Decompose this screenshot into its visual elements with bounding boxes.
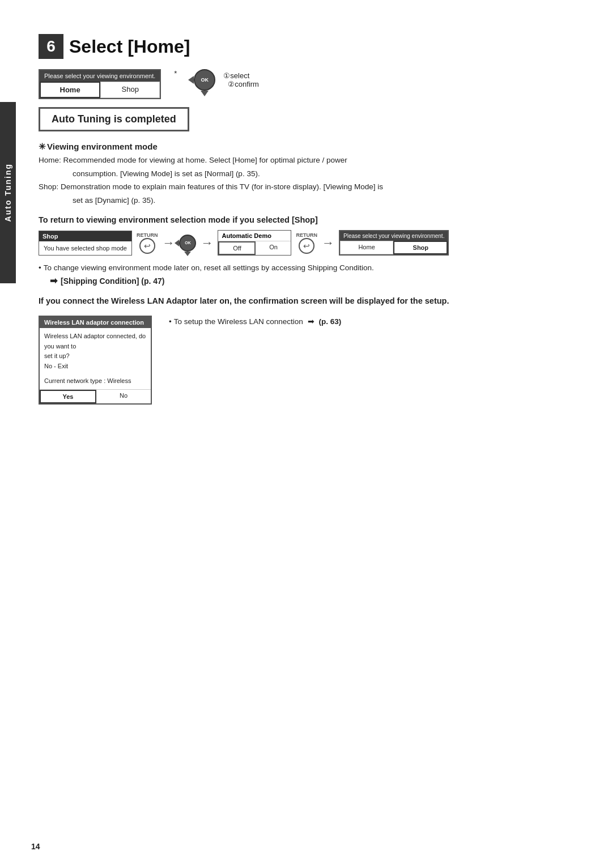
return-button-area: RETURN ↩ (137, 232, 158, 254)
shop-box-header: Shop (39, 231, 131, 241)
shop-box-body: You have selected shop mode (39, 241, 131, 255)
side-tab-label: Auto Tuning (3, 163, 12, 222)
viewing-mode-section: Viewing environment mode Home: Recommend… (39, 142, 572, 206)
ok-button-small: OK (179, 235, 196, 252)
wireless-line3: No - Exit (44, 361, 146, 372)
bullet-text-1: To change viewing environment mode later… (39, 263, 572, 272)
viewing-screen-right-body: Home Shop (340, 241, 448, 254)
return-label-right: RETURN (296, 232, 317, 238)
step-number: 6 (39, 34, 63, 59)
wireless-bullet-content: To setup the Wireless LAN connection ➡ (… (174, 316, 341, 328)
arrow-right-3: → (322, 236, 334, 250)
main-content: 6 Select [Home] Please select your viewi… (16, 17, 595, 422)
return-label: RETURN (137, 232, 158, 238)
wireless-section: Wireless LAN adaptor connection Wireless… (39, 316, 572, 405)
wireless-line5: Current network type : Wireless (44, 376, 146, 386)
shop-box: Shop You have selected shop mode (39, 231, 132, 256)
home-indent: consumption. [Viewing Mode] is set as [N… (73, 168, 572, 180)
double-arrow-icon: ➡ (50, 275, 57, 286)
viewing-screen-right: Please select your viewing environment. … (339, 230, 449, 256)
top-row: Please select your viewing environment. … (39, 69, 572, 99)
arrow-right-2: → (201, 236, 213, 250)
wireless-heading-text: If you connect the Wireless LAN Adaptor … (39, 295, 572, 308)
wireless-buttons: Yes No (40, 389, 151, 403)
arrow-right-1: → (162, 236, 175, 250)
wireless-line1: Wireless LAN adaptor connected, do you w… (44, 331, 146, 351)
return-circle-right: ↩ (299, 238, 314, 254)
shop-sequence-diagram: Shop You have selected shop mode RETURN … (39, 230, 572, 256)
wireless-section-heading: If you connect the Wireless LAN Adaptor … (39, 295, 572, 308)
shop-text: Shop: Demonstration mode to explain main… (39, 181, 572, 193)
asterisk-marker: * (174, 69, 177, 78)
wireless-line2: set it up? (44, 351, 146, 361)
viewing-mode-title: Viewing environment mode (39, 142, 572, 152)
wireless-arrow: ➡ (308, 317, 314, 326)
return-circle: ↩ (139, 238, 155, 254)
return-button-right: RETURN ↩ (296, 232, 317, 254)
auto-demo-off: Off (218, 241, 256, 255)
auto-demo-box: Automatic Demo Off On (218, 230, 291, 256)
shop-indent: set as [Dynamic] (p. 35). (73, 194, 572, 207)
right-screen-shop: Shop (393, 241, 448, 254)
wireless-bullet-text: To setup the Wireless LAN connection ➡ (… (169, 316, 341, 328)
right-screen-home: Home (340, 241, 393, 254)
wireless-box-header: Wireless LAN adaptor connection (40, 317, 151, 328)
auto-demo-on: On (256, 241, 291, 255)
select-label: ①select ②confirm (223, 71, 259, 88)
viewing-screen: Please select your viewing environment. … (39, 69, 161, 99)
auto-tuning-completed: Auto Tuning is completed (39, 107, 189, 131)
ok-small-area: OK (179, 235, 196, 252)
shipping-label: [Shipping Condition] (p. 47) (61, 276, 165, 286)
viewing-screen-right-header: Please select your viewing environment. (340, 231, 448, 241)
bullet-content: To change viewing environment mode later… (44, 263, 374, 272)
screen-body: Home Shop (40, 82, 160, 98)
wireless-box: Wireless LAN adaptor connection Wireless… (39, 316, 152, 405)
auto-demo-body: Off On (218, 241, 291, 255)
wireless-box-body: Wireless LAN adaptor connected, do you w… (40, 328, 151, 389)
step-header: 6 Select [Home] (39, 34, 572, 59)
shipping-line: ➡ [Shipping Condition] (p. 47) (50, 275, 572, 286)
wireless-page-ref: (p. 63) (318, 317, 341, 326)
wireless-btn-no: No (96, 390, 151, 403)
step-title: Select [Home] (69, 36, 190, 57)
return-section-heading: To return to viewing environment selecti… (39, 215, 572, 224)
viewing-mode-text: Home: Recommended mode for viewing at ho… (39, 154, 572, 206)
screen-header: Please select your viewing environment. (40, 70, 160, 82)
remote-area: OK ①select ②confirm (194, 69, 259, 91)
wireless-btn-yes: Yes (40, 390, 96, 403)
auto-demo-header: Automatic Demo (218, 231, 291, 241)
side-tab: Auto Tuning (0, 102, 16, 283)
page-number: 14 (31, 842, 40, 851)
screen-option-shop: Shop (100, 82, 160, 98)
screen-option-home: Home (40, 82, 100, 98)
ok-button: OK (194, 69, 215, 91)
home-text: Home: Recommended mode for viewing at ho… (39, 154, 572, 167)
